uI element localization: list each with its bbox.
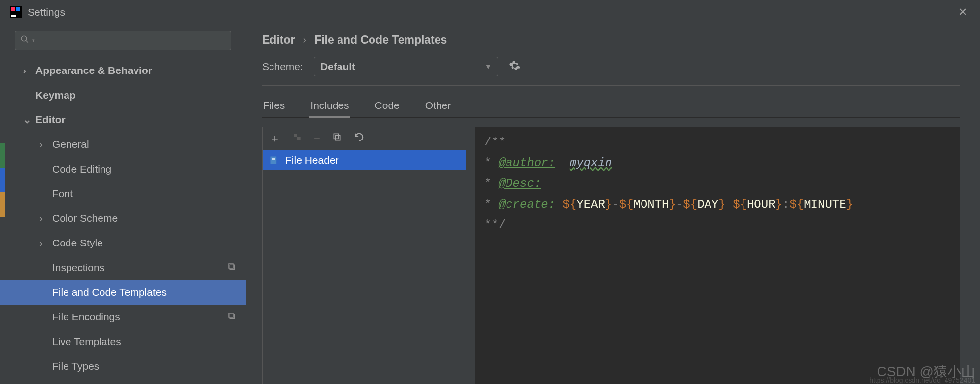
scheme-value: Default <box>320 61 355 72</box>
template-list: File Header <box>263 150 466 384</box>
template-editor[interactable]: /** * @author: myqxin * @Desc: * @create… <box>475 127 960 384</box>
app-icon <box>10 6 22 18</box>
breadcrumb: Editor › File and Code Templates <box>262 34 960 47</box>
template-list-item[interactable]: File Header <box>263 150 466 170</box>
search-dropdown-icon[interactable]: ▾ <box>32 37 35 44</box>
svg-rect-14 <box>334 134 338 139</box>
gear-icon[interactable] <box>509 60 521 73</box>
chevron-right-icon: › <box>39 212 52 224</box>
tab-code[interactable]: Code <box>374 97 401 117</box>
sidebar-item-appearance-behavior[interactable]: ›Appearance & Behavior <box>0 58 246 83</box>
template-tabs: FilesIncludesCodeOther <box>262 97 960 118</box>
search-icon <box>20 35 29 46</box>
svg-rect-6 <box>230 265 234 269</box>
tab-files[interactable]: Files <box>262 97 286 117</box>
svg-rect-13 <box>336 136 340 140</box>
sidebar-item-label: Code Editing <box>52 163 111 175</box>
left-accent-strip <box>0 143 5 232</box>
svg-rect-3 <box>11 15 16 17</box>
sidebar-item-label: Font <box>52 188 73 200</box>
scope-indicator-icon <box>227 312 236 323</box>
sidebar-item-label: Appearance & Behavior <box>35 65 152 76</box>
chevron-right-icon: › <box>303 34 306 47</box>
sidebar-item-label: General <box>52 139 89 150</box>
window-title: Settings <box>28 6 955 18</box>
sidebar-item-code-editing[interactable]: Code Editing <box>0 157 246 181</box>
svg-rect-8 <box>230 314 234 318</box>
close-icon[interactable]: ✕ <box>955 6 970 19</box>
chevron-right-icon: › <box>23 65 35 76</box>
sidebar-item-color-scheme[interactable]: ›Color Scheme <box>0 206 246 231</box>
settings-tree: ›Appearance & BehaviorKeymap⌄Editor›Gene… <box>0 58 246 384</box>
list-item-label: File Header <box>285 154 339 166</box>
sidebar-item-live-templates[interactable]: Live Templates <box>0 329 246 354</box>
sidebar-item-label: Code Style <box>52 237 103 249</box>
sidebar-item-keymap[interactable]: Keymap <box>0 83 246 107</box>
java-file-icon <box>270 155 279 165</box>
svg-rect-16 <box>272 158 275 159</box>
template-toolbar: ＋ + − <box>263 127 466 150</box>
add-button[interactable]: ＋ <box>270 131 280 146</box>
scheme-select[interactable]: Default ▼ <box>314 57 498 76</box>
sidebar-item-label: File Types <box>52 360 99 372</box>
sidebar-item-general[interactable]: ›General <box>0 132 246 157</box>
svg-rect-10 <box>294 134 297 137</box>
scope-indicator-icon <box>227 262 236 274</box>
chevron-down-icon: ▼ <box>485 63 492 70</box>
main-panel: Editor › File and Code Templates Scheme:… <box>246 25 980 384</box>
sidebar-item-label: Inspections <box>52 262 104 274</box>
watermark-url: https://blog.csdn.net/qq_49752401 <box>869 376 975 384</box>
breadcrumb-current: File and Code Templates <box>314 34 447 47</box>
breadcrumb-parent[interactable]: Editor <box>262 34 295 47</box>
sidebar-item-label: Color Scheme <box>52 212 118 224</box>
sidebar-item-editor[interactable]: ⌄Editor <box>0 107 246 132</box>
sidebar-item-inspections[interactable]: Inspections <box>0 255 246 280</box>
settings-sidebar: ▾ ›Appearance & BehaviorKeymap⌄Editor›Ge… <box>0 25 246 384</box>
svg-text:+: + <box>298 137 301 141</box>
svg-rect-9 <box>229 313 233 317</box>
sidebar-item-code-style[interactable]: ›Code Style <box>0 231 246 255</box>
chevron-right-icon: › <box>39 139 52 150</box>
sidebar-item-file-types[interactable]: File Types <box>0 354 246 379</box>
titlebar: Settings ✕ <box>0 0 980 25</box>
sidebar-item-label: Keymap <box>35 89 76 101</box>
chevron-down-icon: ⌄ <box>23 114 35 126</box>
svg-point-4 <box>21 36 27 41</box>
sidebar-item-file-encodings[interactable]: File Encodings <box>0 305 246 329</box>
svg-rect-1 <box>11 7 15 11</box>
chevron-right-icon: › <box>39 237 52 249</box>
sidebar-item-label: File and Code Templates <box>52 286 167 298</box>
tab-other[interactable]: Other <box>424 97 452 117</box>
sidebar-item-label: Editor <box>35 114 66 126</box>
svg-line-5 <box>26 40 28 43</box>
remove-button: − <box>314 132 320 145</box>
scheme-label: Scheme: <box>262 61 303 72</box>
svg-rect-7 <box>229 264 233 268</box>
template-list-panel: ＋ + − File Header <box>262 127 466 384</box>
sidebar-item-file-and-code-templates[interactable]: File and Code Templates <box>0 280 246 305</box>
search-input[interactable]: ▾ <box>15 31 231 50</box>
sidebar-item-label: Live Templates <box>52 336 121 348</box>
sidebar-item-label: File Encodings <box>52 311 120 323</box>
revert-button[interactable] <box>354 132 365 145</box>
copy-button[interactable] <box>332 132 342 145</box>
tab-includes[interactable]: Includes <box>309 97 350 118</box>
sidebar-item-font[interactable]: Font <box>0 181 246 206</box>
add-child-button: + <box>292 132 302 145</box>
svg-rect-17 <box>272 159 275 160</box>
svg-rect-2 <box>16 7 20 11</box>
